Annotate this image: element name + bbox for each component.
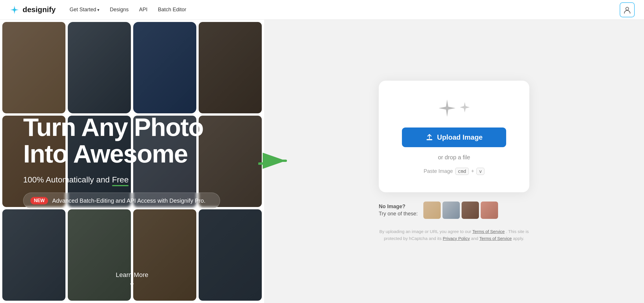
nav-designs[interactable]: Designs	[110, 7, 129, 13]
hero-headline: Turn Any Photo Into Awesome	[23, 114, 241, 167]
sample-image-2[interactable]	[442, 202, 460, 219]
green-arrow-icon	[258, 149, 293, 172]
hero-subtext: 100% Automatically and Free	[23, 175, 241, 184]
upload-image-button[interactable]: Upload Image	[402, 128, 506, 147]
paste-row: Paste Image cmd + v	[424, 168, 484, 175]
navbar: designify Get Started ▾ Designs API Batc…	[0, 0, 644, 20]
hero-free-text: Free	[112, 175, 129, 184]
new-badge-row: NEW Advanced Batch-Editing and API Acces…	[23, 193, 220, 209]
upload-icon	[425, 133, 433, 141]
green-arrow-container	[258, 149, 293, 173]
svg-point-2	[626, 7, 629, 10]
terms-text: By uploading an image or URL you agree t…	[379, 228, 529, 242]
svg-rect-4	[427, 139, 432, 140]
sparkle-small-icon	[458, 101, 471, 114]
logo-text: designify	[23, 5, 56, 14]
paste-label: Paste Image	[424, 168, 453, 174]
nav-api[interactable]: API	[139, 7, 147, 13]
paste-key-v: v	[476, 168, 484, 175]
paste-separator: +	[471, 168, 474, 174]
nav-links: Get Started ▾ Designs API Batch Editor	[69, 7, 186, 13]
sample-image-1[interactable]	[423, 202, 441, 219]
new-badge-text: Advanced Batch-Editing and API Access wi…	[52, 197, 205, 204]
nav-batch-editor[interactable]: Batch Editor	[158, 7, 186, 13]
terms-of-service-2-link[interactable]: Terms of Service	[480, 236, 512, 241]
user-icon	[623, 6, 631, 14]
new-badge: NEW	[30, 197, 48, 204]
chevron-down-icon: ▾	[97, 8, 99, 12]
learn-more-text: Learn More	[116, 271, 149, 279]
sample-images	[423, 202, 498, 219]
nav-get-started[interactable]: Get Started ▾	[69, 7, 99, 13]
upload-card: Upload Image or drop a file Paste Image …	[379, 81, 529, 192]
designify-logo-icon	[9, 5, 20, 15]
paste-key-cmd: cmd	[455, 168, 469, 175]
hero-left: Turn Any Photo Into Awesome 100% Automat…	[0, 20, 264, 303]
drop-file-text: or drop a file	[438, 154, 470, 161]
sparkle-big-icon	[437, 98, 457, 118]
sample-image-3[interactable]	[462, 202, 479, 219]
no-image-text: No Image? Try one of these:	[379, 203, 418, 217]
nav-left: designify Get Started ▾ Designs API Batc…	[9, 5, 186, 15]
hero-right: Upload Image or drop a file Paste Image …	[264, 20, 644, 303]
account-button[interactable]	[620, 2, 635, 17]
sample-image-4[interactable]	[481, 202, 498, 219]
chevron-down-icon: ∨	[129, 281, 135, 289]
hero-overlay: Turn Any Photo Into Awesome 100% Automat…	[0, 20, 264, 303]
learn-more-section[interactable]: Learn More ∨	[0, 271, 264, 289]
sparkles-icon	[437, 98, 471, 118]
svg-marker-1	[12, 7, 17, 12]
privacy-policy-link[interactable]: Privacy Policy	[443, 236, 470, 241]
main-container: Turn Any Photo Into Awesome 100% Automat…	[0, 0, 644, 303]
nav-right	[620, 2, 635, 17]
logo[interactable]: designify	[9, 5, 56, 15]
terms-of-service-link[interactable]: Terms of Service	[472, 229, 505, 234]
sample-row: No Image? Try one of these:	[379, 202, 529, 219]
